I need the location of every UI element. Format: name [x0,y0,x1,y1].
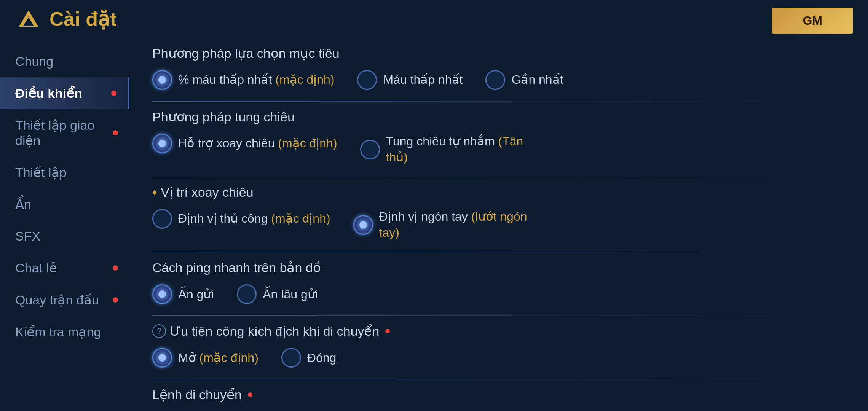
section-title-text: Phương pháp tung chiêu [152,109,295,124]
option-label-gan-nhat: Gần nhất [511,72,563,88]
sidebar-item-dieu-khien[interactable]: Điều khiển [0,77,129,109]
section-title-text: Phương pháp lựa chọn mục tiêu [152,46,340,61]
page-title: Cài đặt [49,8,116,30]
sidebar-item-chung[interactable]: Chung [0,46,129,77]
gm-button[interactable]: GM [772,8,853,34]
section-lenh-di-chuyen: Lệnh di chuyểnKhông theo (mặc định)Theo [152,387,845,407]
option-mau-thap-nhat[interactable]: Máu thấp nhất [357,70,463,90]
option-dinh-vi-thu-cong[interactable]: Định vị thủ công (mặc định) [152,209,330,229]
option-label-dinh-vi-ngon-tay: Định vị ngón tay (lướt ngón tay) [379,209,539,241]
option-label-ho-tro-xoay: Hỗ trợ xoay chiêu (mặc định) [178,135,337,151]
sidebar-item-label: Chung [15,54,53,68]
notification-dot [111,91,116,96]
sidebar-item-thiet-lap-giao-dien[interactable]: Thiết lập giao diện [0,109,129,156]
sidebar-item-thiet-lap[interactable]: Thiết lập [0,156,129,188]
sidebar-item-label: SFX [15,229,40,243]
radio-mo-mac-dinh[interactable] [152,348,172,368]
options-row-cach-ping-nhanh: Ấn gửiẤn lâu gửi [152,284,845,304]
sidebar-item-kiem-tra-mang[interactable]: Kiểm tra mạng [0,316,129,348]
divider [152,315,845,316]
option-label-an-lau-gui: Ấn lâu gửi [263,287,318,303]
section-vi-tri-xoay-chieu: ♦Vị trí xoay chiêuĐịnh vị thủ công (mặc … [152,185,845,241]
radio-gan-nhat[interactable] [485,70,505,90]
sidebar-item-label: Thiết lập giao diện [15,118,94,148]
content-area: Phương pháp lựa chọn mục tiêu% máu thấp … [129,38,868,407]
section-uu-tien-cong-kich: ?Ưu tiên công kích địch khi di chuyểnMở … [152,323,845,368]
section-red-dot [385,329,390,333]
radio-ho-tro-xoay[interactable] [152,134,172,153]
option-an-gui[interactable]: Ấn gửi [152,284,214,304]
notification-dot [113,297,118,303]
sidebar-item-label: Ẩn [15,197,31,212]
option-phan-tram-mau[interactable]: % máu thấp nhất (mặc định) [152,70,334,90]
option-label-dinh-vi-thu-cong: Định vị thủ công (mặc định) [178,211,330,227]
default-text: (mặc định) [271,212,330,225]
section-title-phuong-phap-tung-chieu: Phương pháp tung chiêu [152,109,845,124]
sidebar: ChungĐiều khiểnThiết lập giao diệnThiết … [0,38,129,407]
option-label-tung-chieu-tu-nham: Tung chiêu tự nhắm (Tân thủ) [386,134,546,165]
help-icon[interactable]: ? [152,324,166,338]
diamond-icon: ♦ [152,187,157,198]
radio-dong[interactable] [281,348,301,368]
option-label-phan-tram-mau: % máu thấp nhất (mặc định) [178,72,334,88]
sidebar-item-label: Điều khiển [15,86,82,100]
sidebar-item-label: Kiểm tra mạng [15,325,101,339]
divider [152,379,845,379]
section-red-dot [248,392,252,397]
section-title-cach-ping-nhanh: Cách ping nhanh trên bản đồ [152,260,845,275]
sidebar-item-chat-le[interactable]: Chat lẻ [0,252,129,284]
sidebar-item-quay-tran-dau[interactable]: Quay trận đấu [0,284,129,316]
notification-dot [113,130,118,135]
radio-dinh-vi-thu-cong[interactable] [152,209,172,229]
radio-mau-thap-nhat[interactable] [357,70,377,90]
section-phuong-phap-lua-chon: Phương pháp lựa chọn mục tiêu% máu thấp … [152,46,845,90]
default-text: (lướt ngón tay) [379,210,527,239]
divider [152,101,845,102]
section-cach-ping-nhanh: Cách ping nhanh trên bản đồẤn gửiẤn lâu … [152,260,845,304]
option-dong[interactable]: Đóng [281,348,337,368]
main-container: ChungĐiều khiểnThiết lập giao diệnThiết … [0,38,868,407]
default-text: (Tân thủ) [386,134,523,164]
section-title-vi-tri-xoay-chieu: ♦Vị trí xoay chiêu [152,185,845,200]
divider [152,177,845,177]
options-row-phuong-phap-tung-chieu: Hỗ trợ xoay chiêu (mặc định)Tung chiêu t… [152,134,845,165]
option-label-mau-thap-nhat: Máu thấp nhất [383,72,463,88]
header: Cài đặt GM [0,0,868,38]
options-row-uu-tien-cong-kich: Mở (mặc định)Đóng [152,348,845,368]
sidebar-item-label: Quay trận đấu [15,293,99,307]
sidebar-item-label: Thiết lập [15,165,67,180]
option-label-mo-mac-dinh: Mở (mặc định) [178,350,258,366]
default-text: (mặc định) [199,351,258,365]
default-text: (mặc định) [275,73,334,86]
sidebar-item-sfx[interactable]: SFX [0,220,129,252]
options-row-vi-tri-xoay-chieu: Định vị thủ công (mặc định)Định vị ngón … [152,209,845,241]
options-row-phuong-phap-lua-chon: % máu thấp nhất (mặc định)Máu thấp nhấtG… [152,70,845,90]
option-mo-mac-dinh[interactable]: Mở (mặc định) [152,348,258,368]
logo-icon [15,8,42,30]
section-title-lenh-di-chuyen: Lệnh di chuyển [152,387,845,402]
option-label-dong: Đóng [307,350,337,366]
radio-an-lau-gui[interactable] [237,284,257,304]
option-tung-chieu-tu-nham[interactable]: Tung chiêu tự nhắm (Tân thủ) [360,134,546,165]
option-gan-nhat[interactable]: Gần nhất [485,70,563,90]
option-ho-tro-xoay[interactable]: Hỗ trợ xoay chiêu (mặc định) [152,134,337,153]
radio-phan-tram-mau[interactable] [152,70,172,90]
section-phuong-phap-tung-chieu: Phương pháp tung chiêuHỗ trợ xoay chiêu … [152,109,845,165]
option-dinh-vi-ngon-tay[interactable]: Định vị ngón tay (lướt ngón tay) [353,209,539,241]
section-title-text: Vị trí xoay chiêu [161,185,253,200]
radio-an-gui[interactable] [152,284,172,304]
section-title-uu-tien-cong-kich: ?Ưu tiên công kích địch khi di chuyển [152,323,845,339]
radio-dinh-vi-ngon-tay[interactable] [353,215,373,235]
option-label-an-gui: Ấn gửi [178,287,214,303]
section-title-text: Lệnh di chuyển [152,387,242,402]
section-title-text: Cách ping nhanh trên bản đồ [152,260,321,275]
section-title-phuong-phap-lua-chon: Phương pháp lựa chọn mục tiêu [152,46,845,61]
sidebar-item-an[interactable]: Ẩn [0,188,129,220]
option-an-lau-gui[interactable]: Ấn lâu gửi [237,284,318,304]
radio-tung-chieu-tu-nham[interactable] [360,140,380,159]
default-text: (mặc định) [278,136,337,150]
divider [152,252,845,252]
notification-dot [113,265,118,271]
section-title-text: Ưu tiên công kích địch khi di chuyển [170,323,379,339]
sidebar-item-label: Chat lẻ [15,261,57,275]
